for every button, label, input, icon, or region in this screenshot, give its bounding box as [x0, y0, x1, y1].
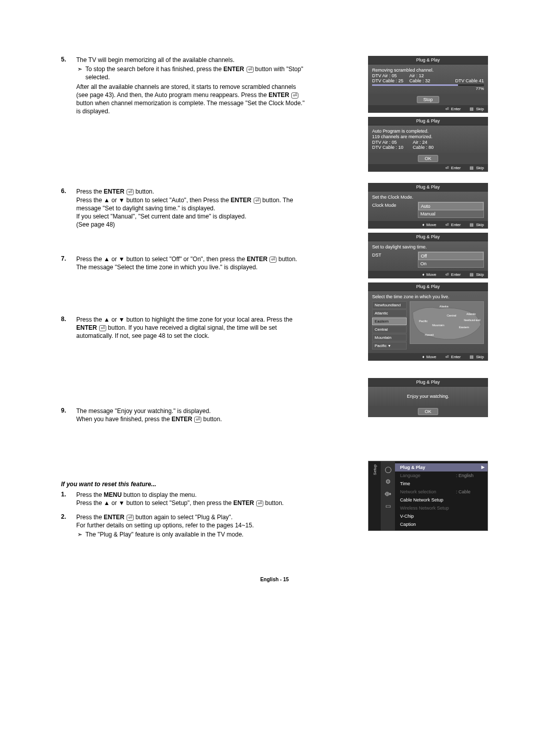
setup-icon-column: ◯ ⚙ ⟴ ▭ [381, 461, 395, 530]
svg-text:Alaska: Alaska [440, 305, 449, 308]
setup-item[interactable]: Caption [395, 520, 487, 528]
option-auto[interactable]: Auto [418, 202, 483, 210]
step-number: 5. [61, 56, 76, 115]
step-number: 7. [61, 255, 76, 271]
reset-step-1: 1. Press the MENU button to display the … [61, 491, 305, 507]
step-line: Press the ENTER ⏎ button. [76, 187, 305, 196]
note: ➣ The "Plug & Play" feature is only avai… [76, 530, 305, 539]
step-line: After all the available channels are sto… [76, 83, 305, 116]
move-hint: ♦Move [422, 355, 437, 359]
timezone-map: Alaska Pacific Mountain Central Eastern … [410, 301, 484, 344]
note-arrow-icon: ➣ [77, 65, 82, 81]
osd-enjoy: Plug & Play Enjoy your watching. OK [368, 378, 488, 417]
step-number: 6. [61, 187, 76, 229]
setup-item-label: Language [400, 473, 456, 478]
setup-list: Plug & PlayLanguage: EnglishTimeNetwork … [395, 461, 487, 530]
svg-text:Mountain: Mountain [432, 324, 444, 327]
step-number: 9. [61, 407, 76, 423]
updown-icon: ♦ [422, 223, 424, 227]
move-hint: ♦Move [422, 272, 437, 277]
stop-button[interactable]: Stop [417, 96, 440, 103]
enter-icon: ⏎ [445, 166, 449, 170]
svg-text:Central: Central [447, 314, 456, 317]
timezone-list[interactable]: Newfoundland Atlantic Eastern Central Mo… [372, 301, 407, 350]
step-line: Press the MENU button to display the men… [76, 491, 305, 499]
gear-icon[interactable]: ⚙ [384, 478, 392, 486]
tz-item[interactable]: Mountain [372, 334, 407, 341]
enter-hint: ⏎Enter [445, 223, 461, 227]
tz-item[interactable]: Atlantic [372, 309, 407, 317]
tab-setup[interactable]: Setup [373, 464, 377, 475]
osd-title: Plug & Play [368, 56, 488, 65]
enter-icon: ⏎ [445, 355, 449, 359]
osd-title: Plug & Play [368, 282, 488, 291]
step-7: 7. Press the ▲ or ▼ button to select "Of… [61, 255, 305, 271]
step-9: 9. The message "Enjoy your watching." is… [61, 407, 305, 423]
setup-item-label: V-Chip [400, 514, 456, 519]
setup-item-label: Cable Network Setup [400, 497, 456, 502]
menu-icon: ▤ [470, 355, 474, 359]
option-on[interactable]: On [418, 260, 483, 267]
enter-hint: ⏎Enter [445, 107, 461, 111]
progress-bar [372, 84, 484, 86]
setup-item-value: : Cable [456, 489, 471, 494]
tz-item[interactable]: Central [372, 326, 407, 333]
setup-item[interactable]: V-Chip [395, 512, 487, 520]
option-manual[interactable]: Manual [418, 210, 483, 217]
enter-hint: ⏎Enter [445, 355, 461, 359]
reset-heading: If you want to reset this feature... [61, 481, 305, 488]
skip-hint: ▤Skip [470, 272, 484, 277]
enjoy-message: Enjoy your watching. [368, 387, 488, 406]
step-number: 1. [61, 491, 76, 507]
enter-icon: ⏎ [445, 223, 449, 227]
setup-item[interactable]: Wireless Network Setup [395, 504, 487, 512]
enter-icon: ⏎ [445, 107, 449, 111]
reset-step-2: 2. Press the ENTER ⏎ button again to sel… [61, 513, 305, 540]
step-line: The TV will begin memorizing all of the … [76, 56, 305, 64]
step-6: 6. Press the ENTER ⏎ button. Press the ▲… [61, 187, 305, 229]
osd-timezone: Plug & Play Select the time zone in whic… [368, 282, 488, 361]
option-off[interactable]: Off [418, 252, 483, 260]
setup-item[interactable]: Plug & Play [395, 463, 487, 471]
svg-text:Hawaii: Hawaii [425, 333, 434, 336]
tz-item[interactable]: Pacific [372, 342, 407, 350]
satellite-icon: ⟴ [384, 490, 392, 498]
osd-clock-mode: Plug & Play Set the Clock Mode. Clock Mo… [368, 183, 488, 229]
enter-hint: ⏎Enter [445, 166, 461, 170]
svg-text:Eastern: Eastern [459, 326, 469, 329]
media-icon: ▭ [384, 502, 392, 510]
droplet-icon: ◯ [384, 465, 392, 474]
setup-item[interactable]: Network selection: Cable [395, 488, 487, 496]
setup-item-label: Plug & Play [400, 465, 456, 470]
step-number: 8. [61, 316, 76, 340]
menu-icon: ▤ [470, 166, 474, 170]
setup-item[interactable]: Time [395, 480, 487, 488]
field-label: Clock Mode [372, 202, 418, 218]
page-footer: English - 15 [0, 566, 549, 603]
field-label: DST [372, 251, 418, 268]
osd-status: Removing scrambled channel. [372, 68, 484, 73]
clock-mode-select[interactable]: Auto Manual [418, 202, 484, 218]
osd-screenshots-column: Plug & Play Removing scrambled channel. … [368, 56, 488, 546]
step-8: 8. Press the ▲ or ▼ button to highlight … [61, 316, 305, 340]
tz-item[interactable]: Newfoundland [372, 301, 407, 309]
step-number: 2. [61, 513, 76, 540]
step-line: Press the ▲ or ▼ button to select "Setup… [76, 499, 305, 507]
skip-hint: ▤Skip [470, 107, 484, 111]
skip-hint: ▤Skip [470, 166, 484, 170]
svg-text:Newfound-land: Newfound-land [464, 319, 481, 322]
note-arrow-icon: ➣ [77, 530, 82, 539]
setup-item-label: Time [400, 481, 456, 486]
step-line: When you have finished, press the ENTER … [76, 415, 305, 423]
ok-button[interactable]: OK [418, 155, 438, 162]
setup-item[interactable]: Cable Network Setup [395, 496, 487, 504]
tz-item-selected[interactable]: Eastern [372, 318, 407, 325]
step-line: Press the ▲ or ▼ button to select "Off" … [76, 255, 305, 271]
step-line: The message "Enjoy your watching." is di… [76, 407, 305, 415]
setup-item[interactable]: Language: English [395, 471, 487, 480]
enter-hint: ⏎Enter [445, 272, 461, 277]
osd-title: Plug & Play [368, 378, 488, 387]
setup-item-value: : English [456, 473, 474, 478]
dst-select[interactable]: Off On [418, 251, 484, 268]
ok-button[interactable]: OK [418, 408, 438, 415]
